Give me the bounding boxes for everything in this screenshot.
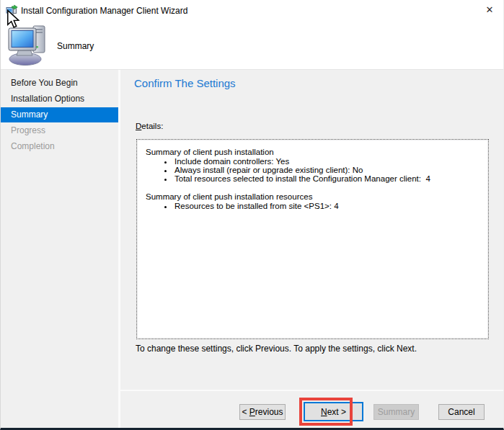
- details-section: Summary of client push installation reso…: [146, 192, 481, 210]
- wizard-steps-sidebar: Before You BeginInstallation OptionsSumm…: [1, 70, 118, 428]
- detail-bullet: Always install (repair or upgrade existi…: [174, 166, 481, 174]
- summary-button[interactable]: Summary: [373, 404, 419, 420]
- wizard-header: Summary: [1, 22, 503, 69]
- sidebar-item-progress[interactable]: Progress: [1, 123, 118, 138]
- detail-bullet: Resources to be installed from site <PS1…: [174, 202, 481, 210]
- wizard-window: Install Configuration Manager Client Wiz…: [0, 0, 504, 430]
- header-page-label: Summary: [57, 41, 94, 51]
- details-bullet-list: Resources to be installed from site <PS1…: [146, 202, 481, 210]
- title-bar: Install Configuration Manager Client Wiz…: [1, 0, 503, 22]
- sidebar-item-before-you-begin[interactable]: Before You Begin: [1, 76, 118, 91]
- close-icon: ✕: [486, 4, 494, 15]
- next-button[interactable]: Next >: [304, 402, 363, 421]
- wizard-body: Before You BeginInstallation OptionsSumm…: [1, 69, 503, 428]
- cancel-button[interactable]: Cancel: [438, 404, 485, 420]
- buttonbar-divider: [120, 390, 503, 391]
- detail-bullet: Total resources selected to install the …: [174, 174, 481, 183]
- details-content: Summary of client push installationInclu…: [137, 140, 488, 210]
- mouse-cursor-icon: [6, 9, 21, 32]
- sidebar-item-installation-options[interactable]: Installation Options: [1, 91, 118, 107]
- instruction-text: To change these settings, click Previous…: [136, 344, 417, 354]
- details-panel: Summary of client push installationInclu…: [136, 139, 489, 339]
- close-button[interactable]: ✕: [483, 4, 496, 17]
- sidebar-item-completion[interactable]: Completion: [1, 139, 118, 154]
- details-bullet-list: Include domain controllers: YesAlways in…: [146, 157, 481, 183]
- details-section: Summary of client push installationInclu…: [146, 148, 481, 183]
- details-section-title: Summary of client push installation: [146, 148, 481, 156]
- window-title: Install Configuration Manager Client Wiz…: [21, 6, 187, 16]
- page-heading: Confirm The Settings: [134, 77, 236, 89]
- main-panel: Confirm The Settings Details: Summary of…: [120, 70, 503, 428]
- details-section-title: Summary of client push installation reso…: [146, 192, 481, 201]
- previous-button[interactable]: < Previous: [239, 404, 286, 420]
- sidebar-item-summary[interactable]: Summary: [1, 107, 118, 122]
- detail-bullet: Include domain controllers: Yes: [174, 157, 481, 166]
- details-label: Details:: [136, 122, 163, 130]
